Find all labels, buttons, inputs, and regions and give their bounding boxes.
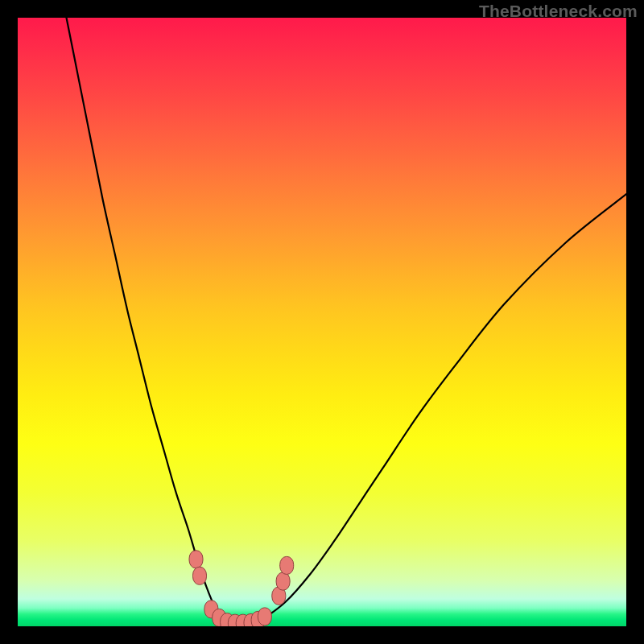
curve-marker (280, 556, 294, 574)
chart-frame: TheBottleneck.com (0, 0, 644, 644)
plot-area (18, 18, 626, 626)
watermark-text: TheBottleneck.com (479, 2, 638, 21)
curve-marker (276, 572, 290, 590)
curve-marker (193, 567, 207, 584)
bottleneck-curve (67, 18, 627, 626)
curve-marker (189, 551, 203, 568)
curve-marker (258, 608, 271, 625)
curve-layer (18, 18, 626, 626)
marker-group (189, 551, 294, 626)
